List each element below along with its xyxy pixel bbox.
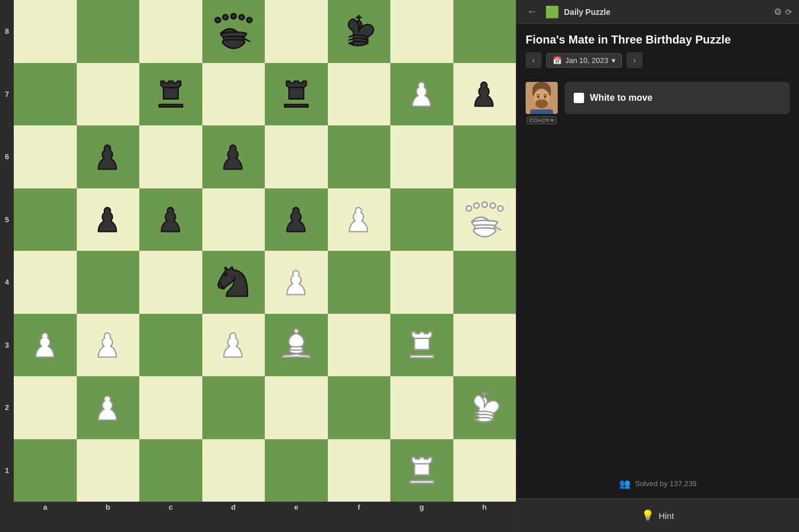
back-button[interactable]: ←	[523, 5, 540, 19]
square-a6[interactable]	[14, 125, 77, 188]
square-h2[interactable]	[453, 376, 516, 439]
square-a1[interactable]	[14, 439, 77, 502]
square-f2[interactable]	[328, 376, 391, 439]
piece-white-rook-g1[interactable]	[402, 450, 441, 491]
square-g3[interactable]	[390, 314, 453, 377]
piece-black-pawn-h7[interactable]	[467, 75, 502, 113]
next-date-button[interactable]: ›	[626, 52, 643, 68]
square-c2[interactable]	[139, 376, 202, 439]
svg-point-1	[223, 15, 228, 20]
square-d7[interactable]	[202, 63, 265, 126]
square-f3[interactable]	[328, 314, 391, 377]
piece-black-rook-c7[interactable]	[151, 73, 190, 115]
piece-white-pawn-b2[interactable]	[90, 389, 126, 427]
calendar-icon: 📅	[553, 56, 562, 65]
square-h4[interactable]	[453, 251, 516, 314]
square-b1[interactable]	[77, 439, 140, 502]
square-g8[interactable]	[390, 0, 453, 63]
square-b3[interactable]	[77, 314, 140, 377]
square-g5[interactable]	[390, 188, 453, 251]
piece-white-pawn-f5[interactable]	[341, 200, 377, 238]
square-g7[interactable]	[390, 63, 453, 126]
piece-black-knight-d4[interactable]	[213, 261, 254, 304]
square-b7[interactable]	[77, 63, 140, 126]
piece-white-rook-g3[interactable]	[402, 324, 441, 365]
square-b2[interactable]	[77, 376, 140, 439]
square-h6[interactable]	[453, 125, 516, 188]
square-c6[interactable]	[139, 125, 202, 188]
hint-button[interactable]: 💡 Hint	[516, 498, 799, 532]
piece-black-rook-e7[interactable]	[277, 73, 316, 115]
square-g1[interactable]	[390, 439, 453, 502]
square-b8[interactable]	[77, 0, 140, 63]
chess-board[interactable]	[14, 0, 516, 502]
square-e8[interactable]	[265, 0, 328, 63]
coach-badge[interactable]: COACH ▾	[527, 116, 557, 124]
square-a8[interactable]	[14, 0, 77, 63]
square-f8[interactable]	[328, 0, 391, 63]
square-a3[interactable]	[14, 314, 77, 377]
square-c4[interactable]	[139, 251, 202, 314]
piece-black-pawn-c5[interactable]	[153, 200, 189, 238]
square-d3[interactable]	[202, 314, 265, 377]
square-c8[interactable]	[139, 0, 202, 63]
square-h3[interactable]	[453, 314, 516, 377]
piece-black-pawn-b6[interactable]	[90, 138, 126, 176]
square-d5[interactable]	[202, 188, 265, 251]
square-h7[interactable]	[453, 63, 516, 126]
piece-white-pawn-b3[interactable]	[90, 326, 126, 364]
date-navigation: ‹ 📅 Jan 10, 2023 ▾ ›	[516, 52, 799, 77]
square-d6[interactable]	[202, 125, 265, 188]
square-a7[interactable]	[14, 63, 77, 126]
square-h1[interactable]	[453, 439, 516, 502]
square-f6[interactable]	[328, 125, 391, 188]
square-a2[interactable]	[14, 376, 77, 439]
piece-white-king-h2[interactable]	[464, 387, 504, 429]
piece-black-pawn-e5[interactable]	[279, 200, 314, 238]
square-d1[interactable]	[202, 439, 265, 502]
square-f4[interactable]	[328, 251, 391, 314]
square-g4[interactable]	[390, 251, 453, 314]
square-b6[interactable]	[77, 125, 140, 188]
square-c7[interactable]	[139, 63, 202, 126]
piece-white-pawn-g7[interactable]	[404, 75, 440, 113]
refresh-button[interactable]: ⟳	[785, 6, 792, 17]
square-c1[interactable]	[139, 439, 202, 502]
piece-black-king-f8[interactable]	[339, 10, 379, 53]
square-e6[interactable]	[265, 125, 328, 188]
square-f7[interactable]	[328, 63, 391, 126]
square-e5[interactable]	[265, 188, 328, 251]
square-b5[interactable]	[77, 188, 140, 251]
piece-black-pawn-b5[interactable]	[90, 200, 126, 238]
square-e3[interactable]	[265, 314, 328, 377]
square-g6[interactable]	[390, 125, 453, 188]
square-d8[interactable]	[202, 0, 265, 63]
settings-button[interactable]: ⚙	[774, 6, 782, 17]
square-b4[interactable]	[77, 251, 140, 314]
square-d4[interactable]	[202, 251, 265, 314]
square-e2[interactable]	[265, 376, 328, 439]
board-section: 8 7 6 5 4 3 2 1	[0, 0, 516, 532]
square-d2[interactable]	[202, 376, 265, 439]
square-f5[interactable]	[328, 188, 391, 251]
date-selector[interactable]: 📅 Jan 10, 2023 ▾	[546, 53, 622, 68]
square-h5[interactable]	[453, 188, 516, 251]
square-a5[interactable]	[14, 188, 77, 251]
square-c5[interactable]	[139, 188, 202, 251]
square-h8[interactable]	[453, 0, 516, 63]
square-c3[interactable]	[139, 314, 202, 377]
piece-black-queen-d8[interactable]	[212, 9, 255, 54]
square-e1[interactable]	[265, 439, 328, 502]
piece-white-bishop-e3[interactable]	[277, 324, 316, 365]
prev-date-button[interactable]: ‹	[526, 52, 542, 68]
piece-white-pawn-e4[interactable]	[279, 263, 314, 301]
piece-black-pawn-d6[interactable]	[216, 138, 251, 176]
piece-white-queen-h5[interactable]	[463, 197, 506, 242]
square-e4[interactable]	[265, 251, 328, 314]
piece-white-pawn-d3[interactable]	[216, 326, 251, 364]
square-a4[interactable]	[14, 251, 77, 314]
square-g2[interactable]	[390, 376, 453, 439]
square-f1[interactable]	[328, 439, 391, 502]
square-e7[interactable]	[265, 63, 328, 126]
piece-white-pawn-a3[interactable]	[28, 326, 63, 364]
